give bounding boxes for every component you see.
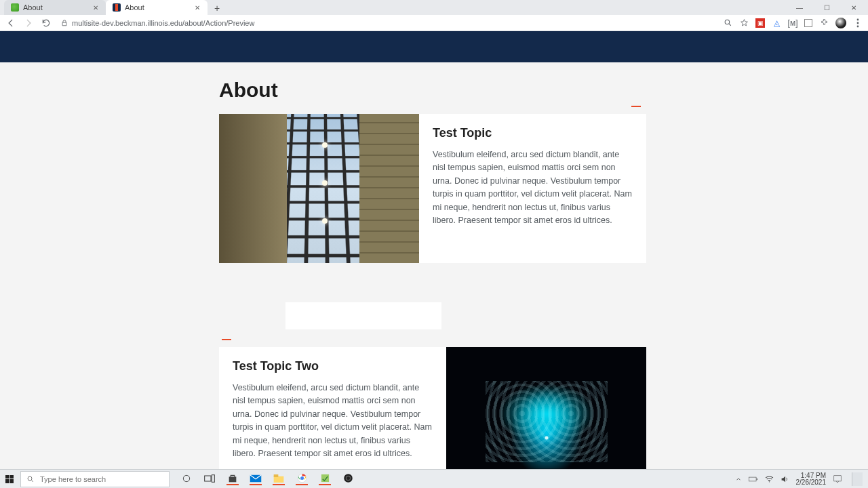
bookmark-star-icon[interactable]: [739, 18, 749, 28]
profile-avatar-icon[interactable]: [835, 18, 846, 28]
new-tab-button[interactable]: +: [210, 1, 224, 15]
accent-rule: [631, 106, 641, 107]
taskbar-app-mail[interactable]: [250, 473, 262, 485]
svg-point-19: [768, 481, 769, 482]
card-title: Test Topic: [433, 126, 633, 140]
svg-rect-8: [229, 476, 237, 482]
tab-title: About: [23, 3, 43, 12]
svg-point-3: [857, 25, 859, 27]
page-title: About: [219, 79, 646, 102]
svg-rect-11: [274, 474, 279, 477]
favicon-icon: [113, 3, 121, 12]
browser-tabstrip: About ✕ About ✕ + — ☐ ✕: [0, 0, 868, 15]
window-controls: — ☐ ✕: [791, 4, 868, 12]
tray-battery-icon[interactable]: [749, 476, 758, 483]
page-viewport: About Test Topic Vestibulum eleifend, ar…: [0, 31, 868, 469]
url-text: multisite-dev.beckman.illinois.edu/about…: [72, 19, 254, 27]
taskbar-app-explorer[interactable]: [273, 473, 285, 485]
card-body-text: Vestibulum eleifend, arcu sed dictum bla…: [433, 148, 633, 227]
svg-point-13: [300, 476, 304, 480]
tray-time: 1:47 PM: [796, 472, 827, 479]
taskbar-app-obs[interactable]: [342, 473, 354, 485]
browser-tab-active[interactable]: About ✕: [106, 0, 208, 15]
favicon-icon: [11, 3, 19, 12]
svg-point-15: [344, 474, 353, 483]
back-button[interactable]: [5, 18, 16, 28]
svg-rect-18: [756, 478, 757, 479]
extension-icon[interactable]: ◬: [772, 18, 781, 28]
search-icon: [26, 475, 35, 483]
windows-logo-icon: [5, 475, 14, 483]
tray-wifi-icon[interactable]: [765, 475, 774, 483]
close-window-button[interactable]: ✕: [845, 4, 863, 12]
content-card: Test Topic Vestibulum eleifend, arcu sed…: [219, 114, 646, 263]
browser-tab[interactable]: About ✕: [4, 0, 106, 15]
system-tray: 1:47 PM 2/26/2021: [735, 472, 869, 486]
kebab-menu-icon[interactable]: [853, 18, 863, 28]
cortana-icon[interactable]: [180, 473, 193, 485]
card-body-text: Vestibulum eleifend, arcu sed dictum bla…: [233, 382, 433, 460]
svg-rect-14: [321, 474, 328, 482]
svg-point-4: [28, 476, 32, 481]
toolbar-right-icons: ▣ ◬ [м]: [723, 18, 863, 28]
svg-point-5: [183, 475, 189, 481]
tray-volume-icon[interactable]: [781, 475, 789, 483]
svg-rect-10: [274, 476, 284, 482]
tray-notifications-icon[interactable]: [833, 474, 842, 484]
content-card: Test Topic Two Vestibulum eleifend, arcu…: [219, 347, 646, 469]
windows-taskbar: Type here to search 1:47 PM 2/26/2021: [0, 469, 868, 488]
start-button[interactable]: [0, 470, 19, 489]
svg-rect-6: [205, 476, 211, 481]
forward-button[interactable]: [23, 18, 34, 28]
site-header-banner: [0, 31, 868, 62]
taskbar-app-chrome[interactable]: [296, 473, 308, 485]
taskbar-app-misc[interactable]: [319, 473, 331, 485]
card-image-brain: [446, 347, 646, 469]
lock-icon: [61, 20, 68, 26]
extension-icon[interactable]: [м]: [788, 18, 797, 28]
browser-toolbar: multisite-dev.beckman.illinois.edu/about…: [0, 15, 868, 31]
svg-rect-20: [834, 475, 842, 481]
tray-date: 2/26/2021: [796, 479, 827, 486]
reload-button[interactable]: [41, 18, 52, 28]
tray-chevron-icon[interactable]: [735, 476, 742, 483]
show-desktop-button[interactable]: [852, 472, 863, 486]
search-placeholder: Type here to search: [40, 475, 106, 483]
task-view-icon[interactable]: [203, 473, 216, 485]
extensions-puzzle-icon[interactable]: [819, 18, 829, 28]
svg-point-2: [857, 22, 859, 24]
card-title: Test Topic Two: [233, 359, 433, 373]
taskbar-app-store[interactable]: [226, 473, 239, 485]
tray-clock[interactable]: 1:47 PM 2/26/2021: [796, 472, 827, 486]
svg-point-0: [725, 20, 730, 24]
card-dropshadow-block: [285, 302, 441, 329]
maximize-button[interactable]: ☐: [818, 4, 835, 12]
tab-title: About: [125, 3, 144, 12]
zoom-icon[interactable]: [723, 18, 732, 28]
extension-icon[interactable]: [804, 19, 812, 27]
extension-icon[interactable]: ▣: [755, 18, 765, 28]
taskbar-search[interactable]: Type here to search: [20, 471, 170, 487]
address-bar[interactable]: multisite-dev.beckman.illinois.edu/about…: [58, 17, 716, 29]
close-icon[interactable]: ✕: [194, 4, 201, 11]
close-icon[interactable]: ✕: [92, 4, 99, 11]
accent-rule: [222, 339, 231, 340]
svg-rect-7: [212, 474, 214, 482]
card-image-skylight: [219, 114, 419, 263]
svg-point-1: [857, 18, 859, 20]
minimize-button[interactable]: —: [791, 4, 808, 12]
svg-rect-17: [749, 477, 756, 481]
